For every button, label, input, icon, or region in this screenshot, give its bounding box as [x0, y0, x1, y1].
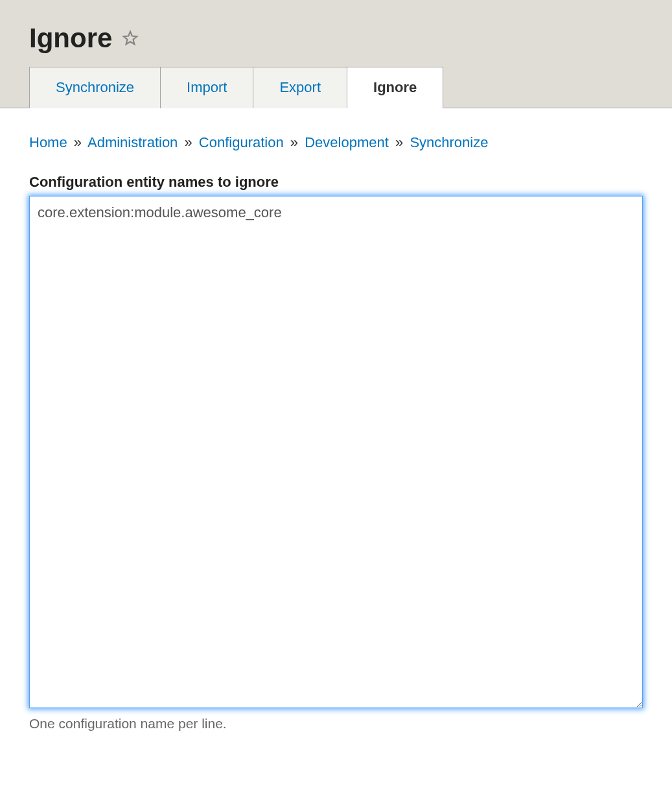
breadcrumb: Home » Administration » Configuration » …: [29, 134, 643, 151]
field-label: Configuration entity names to ignore: [29, 174, 643, 191]
breadcrumb-sep: »: [290, 134, 298, 150]
tabs: Synchronize Import Export Ignore: [29, 67, 672, 108]
tab-ignore[interactable]: Ignore: [347, 67, 443, 108]
header-area: Ignore Synchronize Import Export Ignore: [0, 0, 672, 108]
config-ignore-textarea[interactable]: [29, 196, 643, 708]
breadcrumb-synchronize[interactable]: Synchronize: [410, 134, 488, 150]
breadcrumb-development[interactable]: Development: [305, 134, 389, 150]
tab-synchronize[interactable]: Synchronize: [29, 67, 161, 108]
breadcrumb-sep: »: [395, 134, 403, 150]
tab-export[interactable]: Export: [253, 67, 347, 108]
help-text: One configuration name per line.: [29, 716, 643, 732]
content: Home » Administration » Configuration » …: [0, 108, 672, 751]
page-title-wrap: Ignore: [0, 0, 672, 67]
breadcrumb-sep: »: [184, 134, 192, 150]
star-icon[interactable]: [122, 30, 139, 47]
textarea-wrap: [29, 196, 643, 711]
breadcrumb-configuration[interactable]: Configuration: [199, 134, 284, 150]
tab-import[interactable]: Import: [161, 67, 253, 108]
breadcrumb-administration[interactable]: Administration: [87, 134, 178, 150]
page-title: Ignore: [29, 23, 112, 54]
breadcrumb-home[interactable]: Home: [29, 134, 67, 150]
breadcrumb-sep: »: [74, 134, 82, 150]
